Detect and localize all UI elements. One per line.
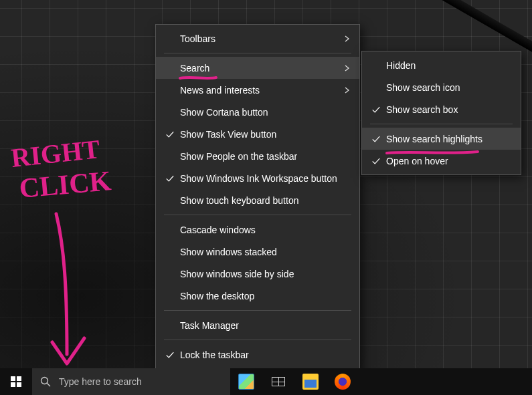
check-icon [163, 174, 177, 183]
taskbar-pinned-apps [230, 368, 359, 395]
menu-item-label: News and interests [177, 85, 341, 96]
menu-item-show-windows-stacked[interactable]: Show windows stacked [156, 241, 359, 263]
menu-item-label: Toolbars [177, 33, 341, 44]
menu-item-lock-the-taskbar[interactable]: Lock the taskbar [156, 344, 359, 366]
menu-item-label: Show search icon [383, 82, 502, 93]
menu-item-cascade-windows[interactable]: Cascade windows [156, 219, 359, 241]
menu-item-news-and-interests[interactable]: News and interests [156, 79, 359, 101]
check-icon [163, 350, 177, 360]
menu-item-label: Show Windows Ink Workspace button [177, 173, 341, 184]
menu-item-show-people-on-the-taskbar[interactable]: Show People on the taskbar [156, 145, 359, 167]
menu-item-label: Show search highlights [383, 134, 502, 144]
menu-item-label: Show windows side by side [177, 269, 341, 279]
photos-app-icon [238, 374, 254, 390]
menu-item-label: Open on hover [383, 156, 502, 166]
menu-item-search[interactable]: Search [156, 57, 359, 79]
menu-separator [164, 215, 351, 215]
menu-separator [164, 340, 351, 340]
taskbar-search-box[interactable]: Type here to search [32, 368, 230, 395]
svg-point-9 [41, 378, 48, 384]
menu-item-task-manager[interactable]: Task Manager [156, 314, 359, 336]
menu-item-label: Hidden [383, 60, 502, 71]
windows-logo-icon [11, 376, 21, 387]
menu-item-show-touch-keyboard-button[interactable]: Show touch keyboard button [156, 189, 359, 211]
taskbar-app-explorer[interactable] [294, 368, 327, 395]
taskbar-context-menu: ToolbarsSearchNews and interestsShow Cor… [155, 24, 360, 391]
menu-item-label: Show Cortana button [177, 107, 341, 118]
menu-item-toolbars[interactable]: Toolbars [156, 27, 359, 49]
menu-item-open-on-hover[interactable]: Open on hover [362, 150, 521, 172]
chevron-right-icon [341, 63, 350, 74]
menu-item-show-cortana-button[interactable]: Show Cortana button [156, 101, 359, 123]
menu-separator [370, 124, 513, 124]
firefox-icon [335, 374, 351, 390]
menu-item-show-the-desktop[interactable]: Show the desktop [156, 285, 359, 307]
start-button[interactable] [0, 368, 32, 395]
search-submenu: HiddenShow search iconShow search boxSho… [361, 51, 521, 175]
menu-item-label: Lock the taskbar [177, 350, 341, 360]
taskbar-app-photos[interactable] [230, 368, 262, 395]
check-icon [369, 156, 383, 166]
taskbar-task-view[interactable] [262, 368, 294, 395]
menu-separator [164, 310, 351, 311]
menu-item-label: Cascade windows [177, 225, 341, 235]
check-icon [369, 134, 383, 144]
check-icon [369, 105, 383, 114]
menu-item-show-search-highlights[interactable]: Show search highlights [362, 128, 521, 150]
task-view-icon [272, 377, 285, 386]
menu-item-label: Show touch keyboard button [177, 195, 341, 206]
search-icon [40, 376, 51, 387]
taskbar: Type here to search [0, 368, 532, 395]
menu-item-show-windows-ink-workspace-button[interactable]: Show Windows Ink Workspace button [156, 167, 359, 189]
menu-item-label: Show Task View button [177, 129, 341, 140]
menu-item-show-search-icon[interactable]: Show search icon [362, 76, 521, 98]
svg-line-10 [47, 383, 50, 386]
taskbar-app-firefox[interactable] [327, 368, 359, 395]
menu-item-label: Show the desktop [177, 291, 341, 301]
file-explorer-icon [302, 374, 319, 390]
menu-item-label: Task Manager [177, 320, 341, 331]
menu-item-hidden[interactable]: Hidden [362, 54, 521, 76]
menu-item-show-windows-side-by-side[interactable]: Show windows side by side [156, 263, 359, 285]
menu-item-label: Search [177, 63, 341, 74]
search-placeholder-text: Type here to search [59, 376, 142, 387]
menu-item-label: Show windows stacked [177, 247, 341, 257]
chevron-right-icon [341, 33, 350, 44]
chevron-right-icon [341, 85, 350, 96]
check-icon [163, 130, 177, 139]
menu-item-label: Show search box [383, 104, 502, 115]
menu-item-label: Show People on the taskbar [177, 151, 341, 162]
menu-item-show-search-box[interactable]: Show search box [362, 98, 521, 120]
menu-item-show-task-view-button[interactable]: Show Task View button [156, 123, 359, 145]
menu-separator [164, 53, 351, 53]
